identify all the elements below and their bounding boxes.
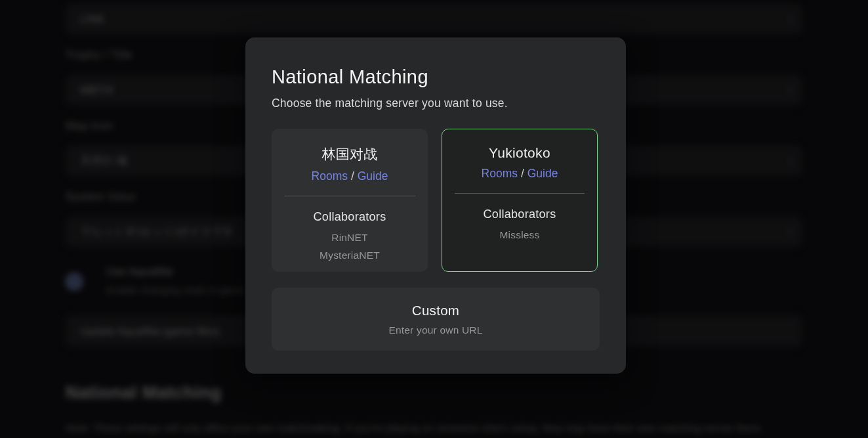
collaborators-list: RinNET MysteriaNET	[272, 229, 428, 264]
server-card-yukiotoko[interactable]: Yukiotoko Rooms / Guide Collaborators Mi…	[442, 129, 598, 272]
collaborators-list: Missless	[442, 226, 597, 244]
divider	[455, 193, 585, 194]
collaborators-title: Collaborators	[272, 210, 428, 224]
link-separator: /	[521, 167, 524, 180]
guide-link[interactable]: Guide	[358, 169, 388, 183]
collaborator-name: MysteriaNET	[272, 246, 428, 264]
collaborator-name: RinNET	[272, 229, 428, 246]
server-name: 林国对战	[272, 145, 428, 164]
dialog-title: National Matching	[272, 66, 600, 88]
server-card-custom[interactable]: Custom Enter your own URL	[272, 288, 600, 351]
guide-link[interactable]: Guide	[527, 167, 558, 180]
server-options-row: 林国对战 Rooms / Guide Collaborators RinNET …	[272, 129, 600, 272]
link-separator: /	[351, 169, 354, 183]
collaborator-name: Missless	[442, 226, 597, 244]
custom-subtitle: Enter your own URL	[388, 324, 482, 336]
divider	[284, 196, 415, 196]
server-links: Rooms / Guide	[442, 167, 597, 181]
server-name: Yukiotoko	[442, 145, 597, 161]
rooms-link[interactable]: Rooms	[482, 167, 518, 180]
custom-title: Custom	[412, 303, 459, 318]
national-matching-dialog: National Matching Choose the matching se…	[245, 37, 626, 374]
rooms-link[interactable]: Rooms	[312, 169, 348, 183]
server-card-linguo[interactable]: 林国对战 Rooms / Guide Collaborators RinNET …	[272, 129, 428, 272]
collaborators-title: Collaborators	[442, 208, 597, 221]
server-links: Rooms / Guide	[272, 169, 428, 183]
dialog-subtitle: Choose the matching server you want to u…	[272, 97, 600, 110]
